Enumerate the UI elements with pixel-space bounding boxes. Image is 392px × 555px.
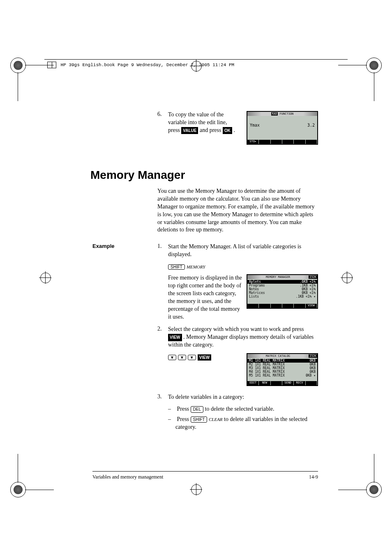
header-file-info: HP 39gs English.book Page 9 Wednesday, D… [61,62,234,67]
screen-body: Ymax 3.2 [247,116,317,130]
step-1-note-row: MEMORY MANAGER 232K Aplets.6KB <1% Progr… [157,274,318,321]
step-3-sub1: – Press DEL to delete the selected varia… [175,405,318,413]
shift-key: SHIFT [168,264,185,270]
screen3-rows: M1 1X1 REAL MATRIX0KB M2 1X1 REAL MATRIX… [247,358,317,378]
page-header: HP 39gs English.book Page 9 Wednesday, D… [47,62,234,68]
screen3-tab-send: SEND [282,381,294,385]
example-step-3: 3. To delete variables in a category: [157,393,318,401]
example-step-1: 1. Start the Memory Manager. A list of v… [157,243,318,259]
matrix-row-m2: M2 1X1 REAL MATRIX0KB [247,363,317,366]
screen2-title: MEMORY MANAGER 232K [247,275,317,279]
main-content: RAD FUNCTION Ymax 3.2 STO▸ 6. To copy th… [92,111,318,431]
ok-softkey: OK [223,127,232,134]
matrix-row-m5: M5 1X1 REAL MATRIX0KB ▾ [247,374,317,377]
shift-key-2: SHIFT [191,416,208,423]
screen2-footer: VIEW [247,304,317,308]
screen3-free: 232K [309,354,317,358]
book-icon [47,62,56,68]
step-2-keys-row: MATRIX CATALOG 232K M1 1X1 REAL MATRIX0K… [157,353,318,386]
example-label: Example [92,243,114,249]
down-arrow-key: ▼ [168,355,176,360]
header-rule [44,59,348,60]
example-step-2: 2. Select the category with which you wa… [157,326,318,349]
screen2-free: 232K [309,275,317,279]
step-2-text: Select the category with which you want … [168,326,318,349]
step6-row: RAD FUNCTION Ymax 3.2 STO▸ 6. To copy th… [92,111,318,148]
calc-screen-function: RAD FUNCTION Ymax 3.2 STO▸ [247,111,318,145]
screen3-tab-recv: RECV [294,381,305,385]
example-block: Example 1. Start the Memory Manager. A l… [92,243,318,431]
calc-screen-matrix-catalog: MATRIX CATALOG 232K M1 1X1 REAL MATRIX0K… [247,353,318,386]
registration-mark-right [341,271,353,284]
crop-mark-tl [10,58,35,82]
step-3-num: 3. [157,393,168,401]
step-6-text: To copy the value of the variable into t… [168,111,240,134]
matrix-row-m1: M1 1X1 REAL MATRIX0KB [247,359,317,363]
del-key: DEL [191,406,203,413]
down-arrow-key: ▼ [178,355,186,360]
mem-row-matrices: Matrices0KB <1% [247,291,317,295]
matrix-row-m3: M3 1X1 REAL MATRIX0KB [247,366,317,370]
step-3-text: To delete variables in a category: [168,393,318,401]
screen-ymax-label: Ymax [250,123,260,128]
step-3-sub2: – Press SHIFT CLEAR to delete all variab… [175,416,318,431]
screen2-view-tab: VIEW [306,304,317,308]
footer-chapter: Variables and memory management [92,474,163,480]
step-1-keys: SHIFT MEMORY [168,263,318,270]
view-softkey: VIEW [168,334,182,341]
crop-mark-bl [10,473,35,497]
example-steps: 1. Start the Memory Manager. A list of v… [157,243,318,431]
crop-mark-tr [357,58,382,82]
registration-mark-left [39,271,51,284]
screen3-tab-edit: EDIT [247,381,259,385]
section-intro: You can use the Memory Manager to determ… [157,187,318,234]
screen-title-bar: RAD FUNCTION [247,112,317,116]
value-softkey: VALUE [181,127,198,134]
memory-key: MEMORY [187,264,205,269]
screen3-title: MATRIX CATALOG 232K [247,354,317,358]
matrix-row-m4: M4 1X1 REAL MATRIX0KB [247,370,317,374]
screen-tab-sto: STO▸ [247,140,259,144]
clear-key: CLEAR [209,417,223,422]
step-6-num: 6. [157,111,168,134]
calc-screen-memory-manager: MEMORY MANAGER 232K Aplets.6KB <1% Progr… [247,274,318,309]
mem-row-programs: Programs.1KB <1% [247,284,317,287]
screen3-tab-new: NEW [259,381,270,385]
screen-title-function: FUNCTION [280,112,294,116]
mem-row-notes: Notes0KB <1% [247,287,317,291]
view-softkey-2: VIEW [198,354,212,361]
step-6: 6. To copy the value of the variable int… [157,111,240,134]
registration-mark-bottom [190,483,202,495]
screen-mode-rad: RAD [271,112,278,116]
down-arrow-key: ▼ [188,355,196,360]
mem-row-lists: Lists.1KB <1% ▾ [247,295,317,298]
step-2-num: 2. [157,326,168,349]
page-footer: Variables and memory management 14-9 [92,471,318,480]
section-heading: Memory Manager [90,169,318,182]
footer-page-number: 14-9 [309,474,318,480]
mem-row-aplets: Aplets.6KB <1% [247,280,317,284]
step-1-text: Start the Memory Manager. A list of vari… [168,243,318,259]
screen-ymax-value: 3.2 [307,123,315,128]
screen3-footer: EDIT NEW SEND RECV [247,381,317,385]
screen2-rows: Aplets.6KB <1% Programs.1KB <1% Notes0KB… [247,279,317,299]
step-1-num: 1. [157,243,168,259]
crop-mark-br [357,473,382,497]
screen-footer: STO▸ [247,140,317,144]
